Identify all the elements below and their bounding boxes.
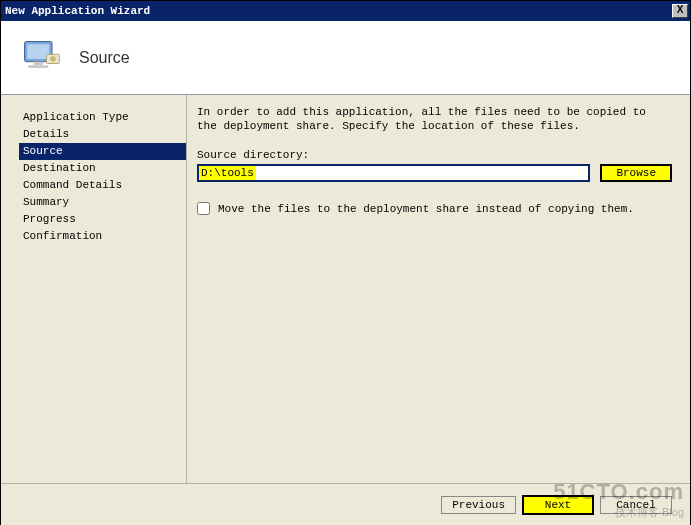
sidebar-item-source[interactable]: Source (19, 143, 186, 160)
wizard-sidebar: Application TypeDetailsSourceDestination… (1, 95, 186, 483)
wizard-footer: Previous Next Cancel (1, 483, 690, 525)
sidebar-item-application-type[interactable]: Application Type (19, 109, 186, 126)
source-dir-row: D:\tools Browse (197, 164, 672, 182)
svg-rect-1 (27, 44, 49, 59)
cancel-button[interactable]: Cancel (600, 496, 672, 514)
close-button[interactable]: X (672, 4, 688, 18)
move-files-row[interactable]: Move the files to the deployment share i… (197, 202, 672, 215)
browse-button[interactable]: Browse (600, 164, 672, 182)
source-dir-label: Source directory: (197, 149, 672, 161)
move-files-checkbox[interactable] (197, 202, 210, 215)
wizard-header: Source (1, 21, 690, 95)
sidebar-item-summary[interactable]: Summary (19, 194, 186, 211)
sidebar-item-destination[interactable]: Destination (19, 160, 186, 177)
move-files-label: Move the files to the deployment share i… (218, 203, 634, 215)
source-dir-input[interactable]: D:\tools (197, 164, 590, 182)
titlebar: New Application Wizard X (1, 1, 690, 21)
sidebar-item-progress[interactable]: Progress (19, 211, 186, 228)
window-title: New Application Wizard (5, 5, 150, 17)
wizard-body: Application TypeDetailsSourceDestination… (1, 95, 690, 483)
wizard-content: In order to add this application, all th… (186, 95, 690, 483)
previous-button[interactable]: Previous (441, 496, 516, 514)
svg-point-5 (50, 56, 56, 62)
svg-rect-2 (34, 61, 43, 65)
page-title: Source (79, 49, 130, 67)
close-icon: X (677, 4, 684, 15)
source-dir-value: D:\tools (199, 166, 256, 180)
sidebar-item-command-details[interactable]: Command Details (19, 177, 186, 194)
sidebar-item-details[interactable]: Details (19, 126, 186, 143)
wizard-window: New Application Wizard X Source Applicat… (0, 0, 691, 525)
instruction-text: In order to add this application, all th… (197, 105, 672, 133)
sidebar-item-confirmation[interactable]: Confirmation (19, 228, 186, 245)
svg-rect-3 (28, 65, 48, 68)
monitor-icon (19, 36, 63, 80)
next-button[interactable]: Next (522, 495, 594, 515)
